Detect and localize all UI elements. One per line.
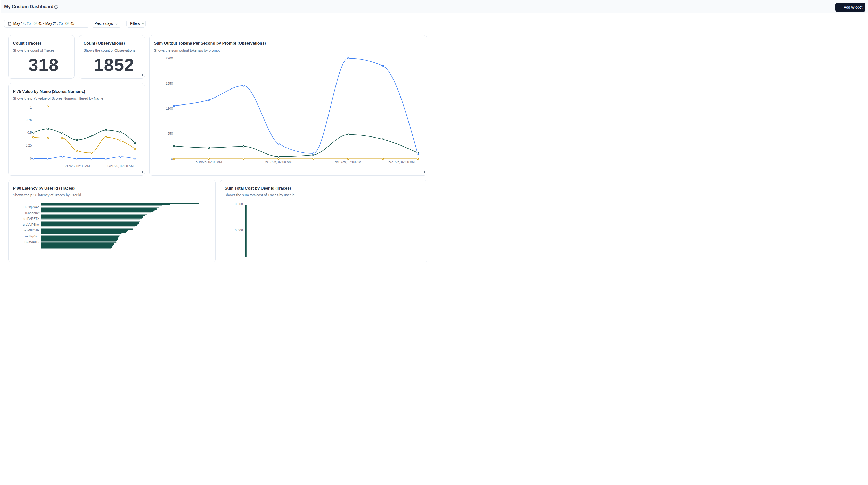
svg-text:5/17/25, 02:00 AM: 5/17/25, 02:00 AM: [265, 160, 291, 163]
svg-text:u-tFAR5TX: u-tFAR5TX: [24, 217, 39, 220]
svg-text:0.008: 0.008: [235, 202, 243, 206]
svg-text:0: 0: [171, 157, 173, 160]
svg-text:u-zVqP3hw: u-zVqP3hw: [23, 223, 40, 226]
svg-text:u-d3qr5cg: u-d3qr5cg: [25, 235, 39, 238]
svg-text:u-5M8D56k: u-5M8D56k: [23, 229, 39, 232]
svg-text:5/21/25, 02:00 AM: 5/21/25, 02:00 AM: [389, 160, 414, 163]
svg-text:0.006: 0.006: [235, 229, 243, 232]
svg-text:0.25: 0.25: [26, 144, 32, 147]
svg-text:5/17/25, 02:00 AM: 5/17/25, 02:00 AM: [64, 164, 90, 168]
svg-text:5/19/25, 02:00 AM: 5/19/25, 02:00 AM: [335, 160, 361, 163]
svg-text:0: 0: [30, 157, 32, 160]
svg-text:5/21/25, 02:00 AM: 5/21/25, 02:00 AM: [107, 164, 133, 168]
svg-text:550: 550: [167, 132, 173, 135]
svg-text:1100: 1100: [166, 107, 173, 110]
svg-text:0.75: 0.75: [26, 118, 32, 122]
svg-text:1650: 1650: [166, 82, 173, 85]
svg-text:u-aobnuxf: u-aobnuxf: [25, 211, 39, 215]
svg-text:u-8sq2w4a: u-8sq2w4a: [24, 205, 39, 209]
svg-text:2200: 2200: [166, 57, 173, 60]
svg-text:u-8fVa9T3: u-8fVa9T3: [25, 240, 39, 243]
svg-text:0.5: 0.5: [27, 131, 32, 134]
svg-text:1: 1: [30, 106, 32, 110]
svg-text:5/15/25, 02:00 AM: 5/15/25, 02:00 AM: [196, 160, 222, 163]
